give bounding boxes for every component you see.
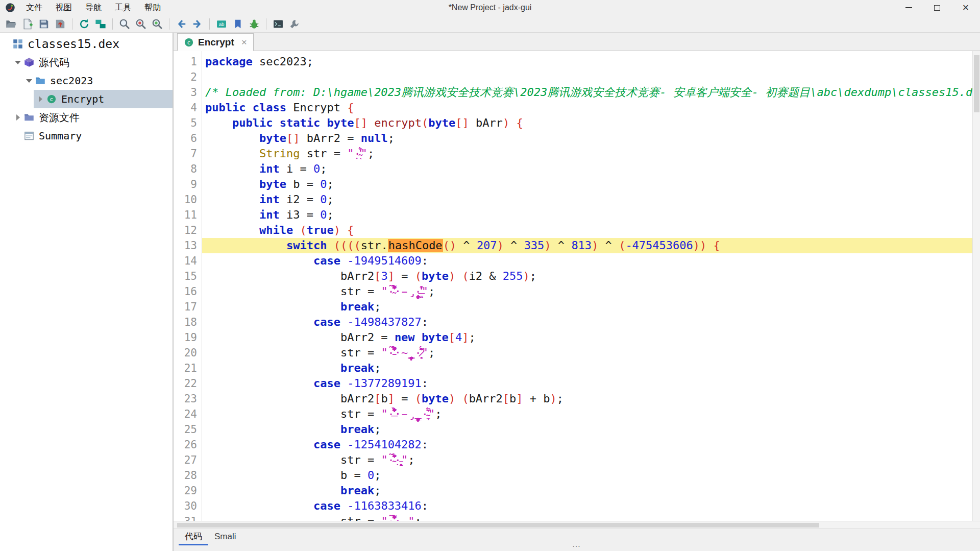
tab-encrypt[interactable]: c Encrypt × — [177, 33, 254, 51]
tree-label: 源代码 — [39, 56, 69, 69]
maximize-button[interactable] — [923, 0, 951, 15]
tree-item-source-code[interactable]: 源代码 — [0, 53, 173, 71]
code-line-16[interactable]: str = "·̴́̆̈̋̌̐̓̈́͊͋͌͐͑͒͗͛̀̂̃·̵̡̖̗̘̙̜̝̞̟̠… — [202, 284, 980, 299]
quark-button[interactable] — [230, 17, 246, 31]
code-token — [205, 300, 340, 313]
code-token — [205, 484, 340, 497]
bottom-tab-代码[interactable]: 代码 — [179, 529, 208, 545]
code-line-27[interactable]: str = "·̴́̂̃̆̇̈̋̌̓̈́͊͐͑͒·̵̘̙̣̤͓͔̖̦̩"; — [202, 452, 980, 468]
toolbar-separator — [169, 18, 169, 30]
export-code-button[interactable] — [53, 17, 68, 31]
tree-item-content: Summary — [11, 127, 173, 145]
class-search-button[interactable] — [133, 17, 149, 31]
code-line-24[interactable]: str = "·̶̀̂̆̇̈̋̐̒̓̈́͊͋͐͑͒͗·̵̡̖̗̘̙̝̟̣̤̥̩̰̳… — [202, 406, 980, 422]
line-number: 16 — [174, 284, 202, 299]
tree-item-encrypt[interactable]: cEncrypt — [0, 90, 173, 108]
vertical-scrollbar[interactable] — [972, 51, 980, 521]
line-number: 9 — [174, 177, 202, 192]
save-all-button[interactable] — [36, 17, 52, 31]
code-token: hashCode — [388, 239, 443, 252]
code-line-4[interactable]: public class Encrypt { — [202, 100, 980, 115]
horizontal-scrollbar-thumb[interactable] — [177, 523, 819, 528]
code-line-11[interactable]: int i3 = 0; — [202, 207, 980, 223]
log-viewer-button[interactable] — [271, 17, 286, 31]
debugger-button[interactable] — [247, 17, 262, 31]
code-token — [455, 270, 462, 282]
code-line-3[interactable]: /* Loaded from: D:\hgame\2023腾讯游戏安全技术竞赛\… — [202, 85, 980, 100]
menu-item-3[interactable]: 工具 — [108, 0, 138, 15]
code-line-21[interactable]: break; — [202, 361, 980, 376]
menu-item-1[interactable]: 视图 — [49, 0, 79, 15]
code-line-1[interactable]: package sec2023; — [202, 54, 980, 69]
tree-label: sec2023 — [50, 75, 93, 87]
code-line-12[interactable]: while (true) { — [202, 223, 980, 238]
code-token: [] — [286, 132, 300, 145]
forward-button[interactable] — [190, 17, 205, 31]
code-token: b — [509, 392, 516, 405]
code-line-5[interactable]: public static byte[] encrypt(byte[] bArr… — [202, 115, 980, 131]
code-line-23[interactable]: bArr2[b] = (byte) (bArr2[b] + b); — [202, 391, 980, 406]
code-line-18[interactable]: case -1498437827: — [202, 315, 980, 330]
code-token: [ — [503, 392, 509, 405]
preferences-button[interactable] — [287, 17, 302, 31]
code-line-28[interactable]: b = 0; — [202, 468, 980, 483]
expander-expanded-icon[interactable] — [24, 79, 34, 83]
horizontal-scrollbar[interactable] — [174, 521, 980, 529]
add-files-button[interactable] — [20, 17, 35, 31]
code-line-17[interactable]: break; — [202, 299, 980, 315]
code-line-22[interactable]: case -1377289191: — [202, 376, 980, 391]
usage-search-button[interactable] — [150, 17, 165, 31]
code-line-2[interactable] — [202, 69, 980, 85]
tree-item-summary[interactable]: Summary — [0, 127, 173, 145]
text-search-button[interactable] — [117, 17, 132, 31]
expander-expanded-icon[interactable] — [13, 61, 22, 64]
back-button[interactable] — [174, 17, 189, 31]
open-file-button[interactable] — [4, 17, 19, 31]
svg-text:c: c — [50, 96, 54, 103]
code-token: bArr — [469, 116, 503, 129]
code-line-13[interactable]: switch ((((str.hashCode() ^ 207) ^ 335) … — [202, 238, 980, 253]
code-line-31[interactable]: str = "·̵̀́̂̃̆̇̈̋̌̐̒̓̈́͊͋͌͐͑͒͗͛·̴̖̗̘̙̜̠̣̤… — [202, 514, 980, 521]
code-pane[interactable]: package sec2023;/* Loaded from: D:\hgame… — [202, 51, 980, 521]
minimize-button[interactable] — [894, 0, 923, 15]
code-line-20[interactable]: str = "·̵̂̇̋̌̒̓͋͌͑͒͗̀́̃̆·̴̗̘̙̜̞̠̣̤̦̩̱̳·̷… — [202, 345, 980, 361]
code-line-8[interactable]: int i = 0; — [202, 161, 980, 177]
code-line-6[interactable]: byte[] bArr2 = null; — [202, 131, 980, 146]
code-line-9[interactable]: byte b = 0; — [202, 177, 980, 192]
expander-collapsed-icon[interactable] — [36, 96, 45, 102]
code-line-7[interactable]: String str = "·̴̖̣́̒͒"; — [202, 146, 980, 161]
line-number: 23 — [174, 391, 202, 406]
tree-indent — [0, 62, 11, 63]
expander-collapsed-icon[interactable] — [13, 114, 22, 121]
code-token: break — [340, 484, 374, 497]
code-line-25[interactable]: break; — [202, 422, 980, 437]
code-line-10[interactable]: int i2 = 0; — [202, 192, 980, 207]
code-token — [340, 224, 347, 236]
menu-item-2[interactable]: 导航 — [79, 0, 108, 15]
menu-item-0[interactable]: 文件 — [19, 0, 49, 15]
line-number: 18 — [174, 315, 202, 330]
code-token: 3 — [381, 270, 387, 282]
code-area: 1234567891011121314151617181920212223242… — [174, 51, 980, 521]
menu-item-4[interactable]: 帮助 — [138, 0, 167, 15]
flat-packages-icon — [95, 18, 106, 30]
vertical-scrollbar-thumb[interactable] — [974, 55, 979, 112]
tree-item-classes15-dex[interactable]: classes15.dex — [0, 35, 173, 53]
code-line-29[interactable]: break; — [202, 483, 980, 498]
code-line-30[interactable]: case -1163833416: — [202, 498, 980, 514]
bottom-tab-Smali[interactable]: Smali — [208, 529, 242, 545]
reload-button[interactable] — [77, 17, 92, 31]
tree-item-sec2023[interactable]: sec2023 — [0, 71, 173, 90]
tree-item-resources[interactable]: 资源文件 — [0, 108, 173, 127]
line-number: 13 — [174, 238, 202, 253]
tab-close-icon[interactable]: × — [241, 37, 247, 47]
code-line-26[interactable]: case -1254104282: — [202, 437, 980, 452]
close-button[interactable]: × — [951, 0, 980, 15]
code-token — [205, 438, 313, 451]
code-line-14[interactable]: case -1949514609: — [202, 253, 980, 269]
flat-packages-button[interactable] — [93, 17, 108, 31]
code-line-19[interactable]: bArr2 = new byte[4]; — [202, 330, 980, 345]
code-token: bArr2 = — [205, 331, 395, 344]
code-line-15[interactable]: bArr2[3] = (byte) (i2 & 255); — [202, 269, 980, 284]
deobfuscation-button[interactable]: ab — [214, 17, 229, 31]
